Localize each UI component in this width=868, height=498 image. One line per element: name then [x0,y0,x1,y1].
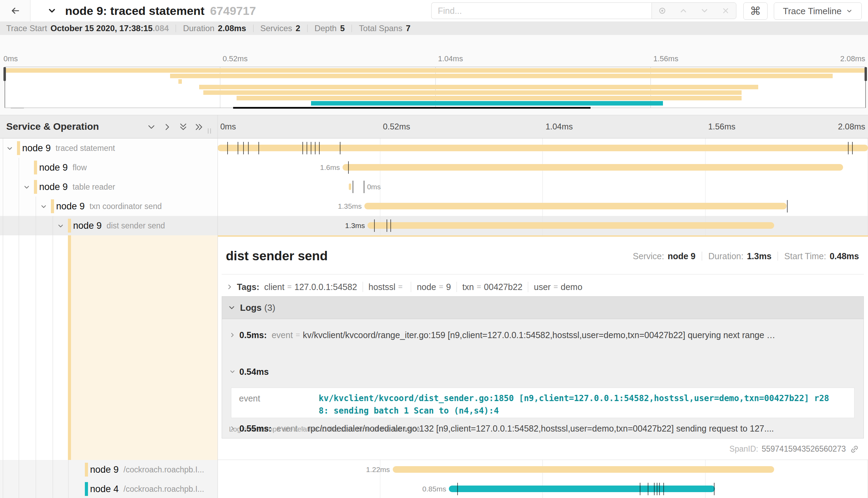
span-timeline-cell[interactable]: 0ms [218,177,868,197]
keyboard-shortcuts-button[interactable]: ⌘ [743,2,768,20]
service-name-text: node 4 [90,484,119,495]
span-tree-chevron-icon[interactable] [23,183,31,191]
summary-value: 5 [340,24,345,33]
logs-header[interactable]: Logs (3) [222,297,863,319]
span-log-marker[interactable] [307,142,307,154]
find-focus-icon[interactable] [655,3,670,18]
span-operation-name: table reader [73,182,115,192]
span-duration-bar[interactable] [367,222,774,229]
span-service-name: node 9traced statement [22,138,115,158]
find-prev-icon[interactable] [676,3,691,18]
span-log-marker[interactable] [258,142,259,154]
span-log-marker[interactable] [787,200,788,212]
span-log-marker[interactable] [390,219,391,232]
column-divider[interactable] [218,115,218,498]
span-log-marker[interactable] [852,142,853,154]
span-log-marker[interactable] [315,142,316,154]
span-duration-bar[interactable] [349,183,351,190]
minimap-span-bar [170,74,833,78]
view-type-select[interactable]: Trace Timeline [774,2,862,20]
span-id-label: SpanID: [729,444,758,454]
span-log-marker[interactable] [387,219,387,232]
span-log-marker[interactable] [243,142,244,154]
span-log-marker[interactable] [648,483,648,495]
log-entry[interactable]: 0.5ms:event=kv/kvclient/kvcoord/range_it… [229,329,857,341]
span-name-cell[interactable]: node 4/cockroach.roachpb.I... [0,479,218,498]
span-timeline-cell[interactable]: 1.3ms [218,216,868,235]
log-entry[interactable]: 0.55ms:event=rpc/nodedialer/nodedialer.g… [229,422,857,435]
indent-guide [36,235,36,460]
span-duration-bar[interactable] [393,466,774,473]
log-entry-expanded-header[interactable]: 0.54ms [229,365,857,378]
span-row: node 9/cockroach.roachpb.I...1.22ms [0,460,868,479]
minimap-canvas[interactable] [5,67,866,108]
view-range-right-scrubber[interactable] [865,67,867,81]
page-title: node 9: traced statement [65,4,204,18]
span-log-marker[interactable] [659,483,660,495]
span-service-name: node 9/cockroach.roachpb.I... [90,460,204,479]
span-name-cell[interactable]: node 9traced statement [0,138,218,158]
summary-value: 2 [296,24,300,33]
span-log-marker[interactable] [663,483,664,495]
column-resize-grip[interactable] [208,128,211,134]
span-tree-chevron-icon[interactable] [6,144,14,153]
span-name-cell[interactable]: node 9/cockroach.roachpb.I... [0,460,218,479]
find-input[interactable] [431,2,652,19]
span-log-marker[interactable] [657,483,657,495]
divider [363,282,363,292]
span-duration-bar[interactable] [343,164,843,171]
span-log-marker[interactable] [848,142,849,154]
span-log-marker[interactable] [640,483,640,495]
span-log-marker[interactable] [340,142,340,154]
span-log-marker[interactable] [302,142,303,154]
span-log-marker[interactable] [227,142,228,154]
span-duration-bar[interactable] [449,486,715,492]
span-name-cell[interactable]: node 9flow [0,158,218,177]
span-timeline-cell[interactable] [218,138,868,158]
indent-guide [36,479,36,498]
span-log-marker[interactable] [364,181,364,193]
span-timeline-cell[interactable]: 1.6ms [218,158,868,177]
span-duration-bar[interactable] [364,203,787,209]
span-name-cell[interactable]: node 9dist sender send [0,216,218,235]
span-name-cell[interactable]: node 9txn coordinator send [0,197,218,216]
tag-equals: = [439,282,443,291]
tag-equals: = [477,282,481,291]
expand-all-icon[interactable] [193,121,205,133]
span-timeline-cell[interactable]: 1.35ms [218,197,868,216]
span-operation-name: /cockroach.roachpb.I... [124,465,204,474]
span-log-marker[interactable] [348,161,349,174]
indent-guide [36,197,36,216]
timeline-gridline [867,479,868,498]
back-button[interactable] [0,0,30,21]
collapse-one-icon[interactable] [145,121,157,133]
span-log-marker[interactable] [374,219,375,232]
span-log-marker[interactable] [353,181,353,193]
span-log-marker[interactable] [238,142,238,154]
trace-collapse-chevron-icon[interactable] [44,3,60,18]
span-timeline-cell[interactable]: 1.22ms [218,460,868,479]
find-next-icon[interactable] [697,3,712,18]
expand-one-icon[interactable] [161,121,173,133]
minimap-viewport-bar[interactable] [233,107,591,109]
span-tree-chevron-icon[interactable] [39,202,48,211]
span-timeline-cell[interactable]: 0.85ms [218,479,868,498]
deep-link-icon[interactable] [850,445,859,454]
log-field-value: kv/kvclient/kvcoord/dist_sender.go:1850 … [319,388,831,417]
find-clear-icon[interactable] [718,3,733,18]
span-log-marker[interactable] [457,483,458,495]
log-expand-icon [229,425,239,432]
span-color-bar [34,161,37,174]
span-log-marker[interactable] [319,142,320,154]
collapse-all-icon[interactable] [177,121,189,133]
span-log-marker[interactable] [654,483,655,495]
span-log-marker[interactable] [714,483,715,495]
view-range-left-scrubber[interactable] [3,67,6,81]
tags-section[interactable]: Tags: client=127.0.0.1:54582hostssl=node… [226,279,859,295]
indent-guide [3,235,3,460]
span-name-cell[interactable]: node 9table reader [0,177,218,197]
span-log-marker[interactable] [248,142,249,154]
span-log-marker[interactable] [311,142,311,154]
span-tree-chevron-icon[interactable] [56,222,65,230]
span-service-name: node 9flow [39,158,87,177]
